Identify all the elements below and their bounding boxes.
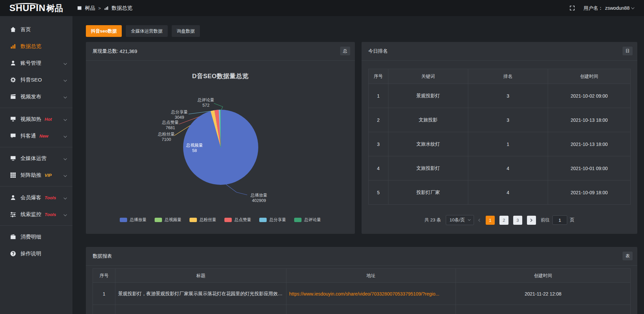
- user-menu[interactable]: 用户名： zswodun88: [584, 5, 634, 11]
- next-page-button[interactable]: [527, 216, 536, 225]
- sidebar-item-label: 操作说明: [20, 250, 41, 257]
- hot-badge: Hot: [45, 117, 52, 122]
- grid-icon: [10, 172, 16, 178]
- sidebar-item-label: 数据总览: [20, 43, 41, 50]
- home-icon: [10, 27, 16, 33]
- ranking-title: 今日排名: [368, 48, 388, 54]
- sidebar-item-home[interactable]: 首页: [0, 21, 72, 38]
- report-title: 数据报表: [93, 253, 112, 259]
- user-icon: [10, 60, 16, 66]
- app-window-icon: [77, 6, 82, 10]
- page-button-1[interactable]: 1: [486, 216, 495, 225]
- tab-inquiry[interactable]: 询盘数据: [172, 25, 200, 37]
- chevron-down-icon: [468, 218, 471, 221]
- total-badge-button[interactable]: 总: [340, 47, 350, 55]
- wallet-icon: [10, 234, 16, 240]
- sidebar-item-label: 全媒体运营: [20, 155, 47, 162]
- chevron-down-icon: [64, 157, 67, 160]
- app-logo: SHUPIN 树品: [0, 3, 72, 14]
- fullscreen-icon[interactable]: [570, 5, 575, 11]
- impressions-value: 421,369: [120, 49, 137, 54]
- col-title: 标题: [115, 269, 286, 283]
- sidebar-item-label: 账号管理: [20, 60, 41, 67]
- goto-label: 前往: [541, 217, 550, 223]
- sidebar-item-label: 抖客通: [20, 133, 36, 140]
- pie-label-comments: 总评论量 572: [198, 97, 214, 108]
- tools-badge: Tools: [45, 195, 56, 200]
- col-rank: 排名: [468, 69, 548, 84]
- legend-item-shares[interactable]: 总分享量: [259, 217, 286, 223]
- pie-label-shares: 总分享量 3049: [171, 109, 188, 120]
- prev-page-button[interactable]: [478, 218, 481, 222]
- breadcrumb-current: 数据总览: [112, 5, 132, 12]
- gear-icon: [10, 77, 16, 83]
- page-size-select[interactable]: 10条/页: [446, 215, 474, 225]
- header-actions: 用户名： zswodun88: [570, 5, 644, 11]
- bar-chart-icon: [104, 6, 109, 10]
- sidebar: 首页 数据总览 账号管理 抖音SEO 视频发布 视频加热 Hot 抖客通 New…: [0, 16, 72, 314]
- sidebar-item-media-ops[interactable]: 全媒体运营: [0, 150, 72, 167]
- sidebar-item-data-overview[interactable]: 数据总览: [0, 38, 72, 55]
- legend-item-likes[interactable]: 总点赞量: [224, 217, 251, 223]
- page-button-3[interactable]: 3: [513, 216, 522, 225]
- chevron-down-icon: [631, 6, 635, 9]
- legend-item-fans[interactable]: 总粉丝量: [190, 217, 216, 223]
- question-circle-icon: [10, 251, 16, 257]
- tab-douyin-seo[interactable]: 抖音seo数据: [86, 25, 122, 37]
- sidebar-item-label: 视频加热: [20, 116, 41, 123]
- sidebar-item-account[interactable]: 账号管理: [0, 55, 72, 71]
- sidebar-item-lead-monitor[interactable]: 线索监控 Tools: [0, 206, 72, 223]
- page-button-2[interactable]: 2: [499, 216, 508, 225]
- sidebar-item-video-publish[interactable]: 视频发布: [0, 88, 72, 105]
- chart-legend: 总播放量 总视频量 总粉丝量 总点赞量 总分享量 总评论量: [86, 217, 355, 223]
- table-row: 5 投影灯厂家 4 2021-10-09 18:00: [369, 180, 631, 205]
- chevron-down-icon: [64, 196, 67, 199]
- chevron-down-icon: [64, 117, 67, 121]
- logo-arc: [13, 3, 40, 7]
- sidebar-item-label: 会员爆客: [20, 194, 41, 201]
- col-seq: 序号: [369, 69, 388, 84]
- goto-page: 前往 页: [541, 215, 575, 225]
- sidebar-item-label: 消费明细: [20, 233, 41, 241]
- person-icon: [10, 195, 16, 201]
- breadcrumb-root[interactable]: 树品: [85, 5, 95, 12]
- legend-item-plays[interactable]: 总播放量: [120, 217, 147, 223]
- sidebar-item-label: 首页: [20, 26, 31, 33]
- sidebar-divider: [0, 108, 72, 108]
- sidebar-item-matrix-boost[interactable]: 矩阵助推 VIP: [0, 167, 72, 184]
- legend-swatch: [190, 218, 197, 222]
- legend-item-comments[interactable]: 总评论量: [294, 217, 321, 223]
- sidebar-divider: [0, 147, 72, 147]
- report-table: 序号 标题 地址 创建时间 1 景观投影灯，夜游景观投影灯厂家展示展示落花灯在花…: [93, 268, 631, 314]
- total-count: 共 23 条: [425, 217, 441, 223]
- monitor-icon: [10, 155, 16, 161]
- top-header: SHUPIN 树品 树品 > 数据总览 用户名： zswodun88: [0, 0, 644, 16]
- table-row: 2 文旅投影 3 2021-10-13 18:00: [369, 108, 631, 132]
- sidebar-item-douyin-seo[interactable]: 抖音SEO: [0, 71, 72, 88]
- sidebar-item-member[interactable]: 会员爆客 Tools: [0, 189, 72, 206]
- bar-chart-icon: [10, 43, 16, 49]
- sidebar-item-video-heat[interactable]: 视频加热 Hot: [0, 111, 72, 127]
- table-row: 1 景观投影灯 3 2021-10-02 09:00: [369, 84, 631, 108]
- chevron-right-icon: [529, 218, 533, 222]
- table-badge-button[interactable]: 表: [623, 252, 633, 260]
- legend-swatch: [224, 218, 232, 222]
- page-unit: 页: [570, 217, 575, 223]
- pie-label-videos: 总视频量 58: [186, 143, 203, 154]
- video-link[interactable]: https://www.iesdouyin.com/share/video/70…: [289, 291, 439, 297]
- tab-media-ops[interactable]: 全媒体运营数据: [126, 25, 168, 37]
- sidebar-item-doukertong[interactable]: 抖客通 New: [0, 127, 72, 144]
- table-row: [93, 305, 631, 314]
- legend-swatch: [259, 218, 267, 222]
- report-panel-header: 数据报表 表: [86, 247, 637, 266]
- day-badge-button[interactable]: 日: [623, 47, 633, 55]
- legend-swatch: [155, 218, 162, 222]
- legend-item-videos[interactable]: 总视频量: [155, 217, 181, 223]
- video-title: 景观投影灯，夜游景观投影灯厂家展示展示落花灯在花园里的灯光投影应用效果 #: [115, 283, 286, 305]
- sliders-icon: [10, 211, 16, 217]
- sidebar-item-label: 线索监控: [20, 211, 41, 218]
- sidebar-item-help[interactable]: 操作说明: [0, 245, 72, 262]
- sidebar-item-expenses[interactable]: 消费明细: [0, 228, 72, 245]
- table-header-row: 序号 关键词 排名 创建时间: [369, 69, 631, 84]
- goto-page-input[interactable]: [552, 215, 567, 225]
